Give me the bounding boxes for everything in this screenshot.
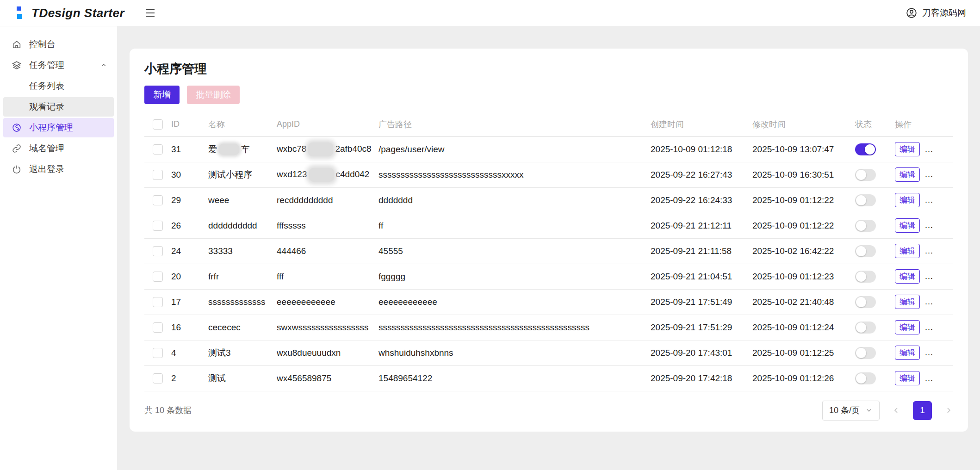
next-page-icon[interactable]: [944, 406, 953, 415]
column-header: ID: [171, 112, 208, 136]
cell-appid: wx456589875: [277, 365, 378, 391]
menu-collapse-icon[interactable]: [144, 7, 156, 19]
row-checkbox[interactable]: [153, 322, 163, 333]
row-checkbox[interactable]: [153, 348, 163, 358]
cell-id: 17: [171, 289, 208, 315]
row-checkbox[interactable]: [153, 195, 163, 205]
table-row: 4测试3wxu8dueuuudxnwhshuiduhshxbnns2025-09…: [144, 340, 953, 365]
sidebar-item-4[interactable]: 观看记录: [3, 97, 114, 117]
cell-created: 2025-09-21 21:12:11: [651, 213, 752, 238]
sidebar: 控制台任务管理任务列表观看记录小程序管理域名管理退出登录: [0, 26, 117, 470]
content-card: 小程序管理 新增 批量删除 ID名称AppID广告路径创建时间修改时间状态操作 …: [130, 49, 968, 432]
cell-id: 16: [171, 315, 208, 340]
column-header: 状态: [855, 112, 895, 136]
status-toggle[interactable]: [855, 169, 876, 181]
cell-id: 31: [171, 136, 208, 162]
app-logo[interactable]: TDesign Starter: [14, 5, 124, 21]
status-toggle[interactable]: [855, 296, 876, 308]
user-menu[interactable]: 刀客源码网: [906, 7, 966, 19]
sidebar-item-5[interactable]: 小程序管理: [3, 118, 114, 137]
cell-created: 2025-09-20 17:42:18: [651, 365, 752, 391]
cell-created: 2025-09-22 16:27:43: [651, 162, 752, 187]
table-footer: 共 10 条数据 10 条/页 1: [144, 391, 953, 432]
page-size-select[interactable]: 10 条/页: [822, 401, 880, 421]
cell-id: 4: [171, 340, 208, 365]
cell-name: 测试小程序: [208, 162, 277, 187]
cell-appid: wxu8dueuuudxn: [277, 340, 378, 365]
cell-modified: 2025-10-09 01:12:22: [752, 187, 855, 213]
row-checkbox[interactable]: [153, 297, 163, 307]
cell-created: 2025-09-22 16:24:33: [651, 187, 752, 213]
logo-icon: [14, 5, 26, 21]
cell-name: 33333: [208, 238, 277, 264]
cell-modified: 2025-10-09 01:12:26: [752, 365, 855, 391]
sidebar-item-label: 小程序管理: [29, 122, 73, 134]
row-checkbox[interactable]: [153, 373, 163, 383]
status-toggle[interactable]: [855, 372, 876, 384]
cell-id: 26: [171, 213, 208, 238]
page-size-value: 10 条/页: [829, 405, 860, 416]
column-header: AppID: [277, 112, 378, 136]
row-checkbox[interactable]: [153, 246, 163, 256]
cell-created: 2025-10-09 01:12:18: [651, 136, 752, 162]
user-name: 刀客源码网: [922, 7, 966, 19]
row-checkbox[interactable]: [153, 272, 163, 282]
row-checkbox[interactable]: [153, 144, 163, 155]
cell-appid: recddddddddd: [277, 187, 378, 213]
home-icon: [11, 39, 22, 50]
edit-button[interactable]: 编辑: [895, 167, 920, 182]
batch-delete-button[interactable]: 批量删除: [187, 86, 240, 104]
edit-button[interactable]: 编辑: [895, 142, 920, 156]
column-header: 修改时间: [752, 112, 855, 136]
total-count: 共 10 条数据: [144, 405, 192, 416]
cell-path: 45555: [378, 238, 651, 264]
status-toggle[interactable]: [855, 220, 876, 232]
cell-name: weee: [208, 187, 277, 213]
current-page[interactable]: 1: [913, 401, 932, 420]
edit-button[interactable]: 编辑: [895, 218, 920, 233]
table-row: 2测试wx456589875154896541222025-09-20 17:4…: [144, 365, 953, 391]
cell-name: sssssssssssss: [208, 289, 277, 315]
edit-button[interactable]: 编辑: [895, 320, 920, 334]
chevron-up-icon[interactable]: [100, 62, 107, 69]
cell-id: 29: [171, 187, 208, 213]
edit-button[interactable]: 编辑: [895, 295, 920, 309]
table-row: 17ssssssssssssseeeeeeeeeeeeeeeeeeeeeeee2…: [144, 289, 953, 315]
cell-appid: eeeeeeeeeeee: [277, 289, 378, 315]
prev-page-icon[interactable]: [892, 406, 901, 415]
cell-name: 爱车: [208, 136, 277, 162]
cell-path: eeeeeeeeeeee: [378, 289, 651, 315]
column-header: 广告路径: [378, 112, 651, 136]
cell-id: 24: [171, 238, 208, 264]
sidebar-item-label: 任务列表: [29, 80, 64, 92]
status-toggle[interactable]: [855, 347, 876, 359]
row-checkbox[interactable]: [153, 170, 163, 180]
sidebar-item-2[interactable]: 任务管理: [3, 56, 114, 75]
edit-button[interactable]: 编辑: [895, 269, 920, 284]
cell-modified: 2025-10-02 16:42:22: [752, 238, 855, 264]
table-row: 29weeerecdddddddddddddddd2025-09-22 16:2…: [144, 187, 953, 213]
row-checkbox[interactable]: [153, 221, 163, 231]
cell-created: 2025-09-21 21:11:58: [651, 238, 752, 264]
add-button[interactable]: 新增: [144, 86, 180, 104]
edit-button[interactable]: 编辑: [895, 244, 920, 258]
power-icon: [11, 164, 22, 175]
sidebar-item-3[interactable]: 任务列表: [3, 76, 114, 96]
cell-name: frfr: [208, 264, 277, 289]
page-title: 小程序管理: [144, 61, 953, 77]
sidebar-item-6[interactable]: 域名管理: [3, 139, 114, 158]
status-toggle[interactable]: [855, 271, 876, 283]
cell-name: 测试: [208, 365, 277, 391]
status-toggle[interactable]: [855, 245, 876, 257]
table-row: 31爱车wxbc782afb40c8/pages/user/view2025-1…: [144, 136, 953, 162]
select-all-checkbox[interactable]: [153, 119, 163, 130]
status-toggle[interactable]: [855, 143, 876, 155]
status-toggle[interactable]: [855, 194, 876, 206]
pagination: 10 条/页 1: [822, 401, 953, 421]
edit-button[interactable]: 编辑: [895, 371, 920, 385]
sidebar-item-7[interactable]: 退出登录: [3, 160, 114, 179]
status-toggle[interactable]: [855, 322, 876, 334]
edit-button[interactable]: 编辑: [895, 346, 920, 360]
sidebar-item-1[interactable]: 控制台: [3, 35, 114, 54]
edit-button[interactable]: 编辑: [895, 193, 920, 207]
